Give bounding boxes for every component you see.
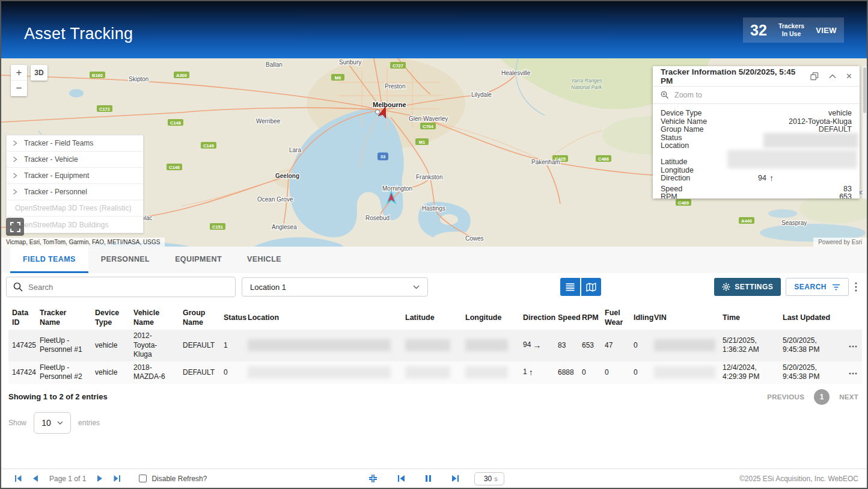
pause-button[interactable]	[425, 475, 432, 482]
list-icon	[565, 283, 575, 292]
last-page-button[interactable]	[113, 475, 121, 482]
col-device-type[interactable]: Device Type	[91, 306, 130, 330]
zoom-in-button[interactable]: +	[11, 65, 27, 81]
layer-item-field-teams[interactable]: Tracker - Field Teams	[7, 135, 143, 152]
playback-controls: s	[364, 472, 504, 485]
settings-button[interactable]: SETTINGS	[714, 278, 781, 296]
list-view-button[interactable]	[560, 278, 580, 296]
col-data-id[interactable]: Data ID	[8, 306, 36, 330]
first-page-icon	[14, 475, 22, 482]
col-rpm[interactable]: RPM	[578, 306, 601, 330]
col-location[interactable]: Location	[244, 306, 402, 330]
skip-to-end-button[interactable]	[451, 475, 459, 482]
col-speed[interactable]: Speed	[554, 306, 578, 330]
scrollbar-thumb[interactable]	[863, 67, 866, 113]
search-filter-button[interactable]: SEARCH	[786, 278, 849, 296]
table-row[interactable]: 147425 FleetUp - Personnel #1 vehicle 20…	[8, 330, 862, 361]
search-box	[6, 277, 236, 297]
content-spacer	[1, 440, 867, 469]
col-last-updated[interactable]: Last Updated	[779, 306, 840, 330]
tab-field-teams[interactable]: FIELD TEAMS	[10, 247, 88, 273]
layer-item-equipment[interactable]: Tracker - Equipment	[7, 168, 143, 184]
row-menu-icon[interactable]	[849, 345, 857, 348]
col-status[interactable]: Status	[220, 306, 244, 330]
col-latitude[interactable]: Latitude	[402, 306, 462, 330]
last-page-icon	[113, 475, 121, 482]
svg-text:C704: C704	[423, 124, 434, 129]
layer-item-vehicle[interactable]: Tracker - Vehicle	[7, 152, 143, 168]
map-label-pakenham: Pakenham	[531, 159, 560, 165]
previous-page-link[interactable]: PREVIOUS	[767, 393, 804, 401]
col-vehicle-name[interactable]: Vehicle Name	[130, 306, 179, 330]
svg-text:B160: B160	[92, 73, 103, 78]
popup-scrollbar[interactable]	[863, 66, 867, 198]
trackers-in-use-widget[interactable]: 32 Trackers In Use VIEW	[743, 17, 844, 43]
zoom-to-action[interactable]: Zoom to	[653, 87, 860, 104]
kebab-icon	[855, 282, 857, 292]
redacted-lat-long	[727, 150, 857, 168]
map-icon	[586, 283, 596, 292]
refresh-interval-input[interactable]	[481, 475, 492, 483]
next-page-link[interactable]: NEXT	[839, 393, 858, 401]
first-page-button[interactable]	[14, 475, 22, 482]
page-size-select[interactable]: 10	[34, 412, 71, 434]
location-select[interactable]: Location 1	[242, 277, 428, 297]
col-idling[interactable]: Idling	[630, 306, 650, 330]
map-fullscreen-button[interactable]	[6, 218, 24, 236]
col-direction[interactable]: Direction	[519, 306, 554, 330]
redacted-longitude	[465, 339, 508, 351]
trackers-table-wrap: Data ID Tracker Name Device Type Vehicle…	[1, 301, 867, 384]
field-rpm: RPM653	[661, 193, 852, 198]
svg-text:33: 33	[381, 154, 385, 159]
view-button[interactable]: VIEW	[816, 26, 837, 35]
map-layers-panel: Tracker - Field Teams Tracker - Vehicle …	[6, 135, 144, 233]
redacted-location	[248, 339, 391, 351]
map-view-button[interactable]	[581, 278, 601, 296]
page-number-button[interactable]: 1	[814, 389, 830, 405]
col-vin[interactable]: VIN	[650, 306, 719, 330]
map[interactable]: M8 A300 B160 C172 C727 C704 C148 C146 B1…	[1, 58, 867, 247]
layer-item-osm-3d-buildings[interactable]: OpenStreetMap 3D Buildings	[7, 217, 143, 233]
chevron-right-icon	[13, 156, 17, 162]
search-input[interactable]	[28, 283, 228, 292]
dock-icon[interactable]	[810, 72, 819, 81]
layer-item-personnel[interactable]: Tracker - Personnel	[7, 184, 143, 200]
map-label-geelong: Geelong	[275, 173, 299, 179]
map-3d-button[interactable]: 3D	[31, 65, 47, 81]
map-label-skipton: Skipton	[129, 76, 148, 82]
tab-personnel[interactable]: PERSONNEL	[88, 247, 162, 273]
svg-text:C172: C172	[99, 106, 110, 112]
more-options-button[interactable]	[855, 282, 857, 292]
col-fuel-wear[interactable]: Fuel Wear	[601, 306, 630, 330]
next-page-button[interactable]	[97, 475, 103, 482]
field-vehicle-name: Vehicle Name2012-Toyota-Kluga	[661, 118, 852, 126]
col-longitude[interactable]: Longitude	[462, 306, 519, 330]
skip-to-start-button[interactable]	[397, 475, 405, 482]
tracker-info-popup: Tracker Information 5/20/2025, 5:45 PM ×…	[653, 66, 860, 198]
fullscreen-icon	[10, 222, 20, 232]
checkbox-box[interactable]	[139, 475, 147, 482]
table-row[interactable]: 147424 FleetUp - Personnel #2 vehicle 20…	[8, 361, 862, 384]
disable-refresh-checkbox[interactable]: Disable Refresh?	[139, 475, 207, 483]
close-icon[interactable]: ×	[846, 72, 852, 81]
view-toggle-group	[560, 278, 601, 296]
col-tracker-name[interactable]: Tracker Name	[36, 306, 91, 330]
layer-item-osm-3d-trees[interactable]: OpenStreetMap 3D Trees (Realistic)	[7, 200, 143, 217]
pagination: PREVIOUS 1 NEXT	[767, 389, 858, 405]
col-group-name[interactable]: Group Name	[179, 306, 220, 330]
collapse-icon[interactable]	[829, 74, 836, 79]
map-label-yarra-ranges-np: Yarra Ranges	[571, 78, 603, 84]
col-time[interactable]: Time	[719, 306, 779, 330]
previous-page-button[interactable]	[32, 475, 38, 482]
map-label-healesville: Healesville	[501, 70, 531, 76]
app-header: Asset Tracking 32 Trackers In Use VIEW	[1, 1, 867, 58]
map-label-melbourne: Melbourne	[373, 101, 406, 108]
svg-text:C466: C466	[598, 156, 609, 162]
collapse-panel-button[interactable]	[368, 474, 377, 483]
tab-equipment[interactable]: EQUIPMENT	[162, 247, 234, 273]
tracker-count: 32	[750, 22, 767, 39]
tab-vehicle[interactable]: VEHICLE	[234, 247, 294, 273]
zoom-out-button[interactable]: −	[11, 81, 27, 96]
row-menu-icon[interactable]	[849, 372, 857, 375]
trackers-table: Data ID Tracker Name Device Type Vehicle…	[8, 306, 862, 384]
